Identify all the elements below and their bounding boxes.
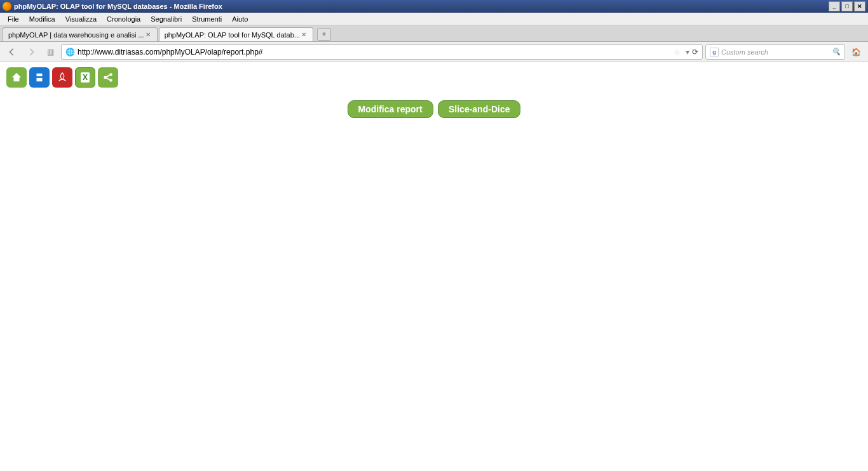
stats-button[interactable]: ▥ bbox=[42, 44, 58, 60]
window-title: phpMyOLAP: OLAP tool for MySQL databases… bbox=[14, 3, 829, 10]
home-button[interactable]: 🏠 bbox=[848, 44, 864, 60]
tab-label: phpMyOLAP | data warehousing e analisi .… bbox=[8, 31, 144, 39]
globe-icon: 🌐 bbox=[65, 48, 75, 56]
modify-report-button[interactable]: Modifica report bbox=[348, 100, 433, 118]
tool-home-button[interactable] bbox=[6, 67, 27, 88]
bookmark-star-icon[interactable]: ☆ bbox=[674, 48, 681, 56]
dropdown-icon[interactable]: ▾ bbox=[686, 48, 689, 56]
tab-close-icon[interactable]: ✕ bbox=[144, 31, 152, 38]
app-toolbar: X bbox=[0, 62, 868, 93]
tool-save-button[interactable] bbox=[29, 67, 50, 88]
close-button[interactable]: ✕ bbox=[854, 1, 865, 11]
navbar: ▥ 🌐 http://www.ditriasas.com/phpMyOLAP/o… bbox=[0, 42, 868, 62]
back-icon bbox=[8, 48, 17, 56]
back-button[interactable] bbox=[4, 44, 20, 60]
url-bar[interactable]: 🌐 http://www.ditriasas.com/phpMyOLAP/ola… bbox=[61, 44, 703, 60]
tool-pdf-button[interactable] bbox=[52, 67, 72, 88]
window-controls: _ □ ✕ bbox=[829, 1, 865, 11]
tab-1[interactable]: phpMyOLAP: OLAP tool for MySQL datab... … bbox=[159, 27, 313, 41]
tool-share-button[interactable] bbox=[98, 67, 118, 88]
window-titlebar: phpMyOLAP: OLAP tool for MySQL databases… bbox=[0, 0, 868, 13]
tool-excel-button[interactable]: X bbox=[75, 67, 95, 88]
menubar: File Modifica Visualizza Cronologia Segn… bbox=[0, 13, 868, 25]
search-placeholder: Custom search bbox=[721, 48, 768, 56]
menu-history[interactable]: Cronologia bbox=[102, 14, 146, 24]
pdf-icon bbox=[57, 72, 68, 83]
action-buttons: Modifica report Slice-and-Dice bbox=[0, 93, 868, 126]
url-text: http://www.ditriasas.com/phpMyOLAP/olap/… bbox=[78, 48, 671, 56]
menu-edit[interactable]: Modifica bbox=[24, 14, 60, 24]
forward-icon bbox=[27, 48, 36, 56]
svg-rect-2 bbox=[37, 78, 43, 81]
google-icon: g bbox=[710, 48, 719, 56]
forward-button[interactable] bbox=[23, 44, 39, 60]
tab-0[interactable]: phpMyOLAP | data warehousing e analisi .… bbox=[3, 27, 158, 41]
home-icon bbox=[11, 72, 22, 83]
menu-view[interactable]: Visualizza bbox=[60, 14, 102, 24]
firefox-icon bbox=[3, 2, 11, 11]
tabstrip: phpMyOLAP | data warehousing e analisi .… bbox=[0, 25, 868, 42]
maximize-button[interactable]: □ bbox=[841, 1, 853, 11]
tab-close-icon[interactable]: ✕ bbox=[300, 31, 308, 38]
tab-label: phpMyOLAP: OLAP tool for MySQL datab... bbox=[165, 31, 300, 39]
floppy-icon bbox=[34, 72, 45, 83]
svg-line-6 bbox=[106, 75, 109, 77]
share-icon bbox=[102, 72, 114, 83]
new-tab-button[interactable]: + bbox=[317, 28, 331, 41]
svg-rect-1 bbox=[37, 74, 43, 77]
menu-tools[interactable]: Strumenti bbox=[187, 14, 227, 24]
excel-icon: X bbox=[81, 72, 90, 83]
content: Modifica report Slice-and-Dice re_countr… bbox=[0, 93, 868, 126]
menu-file[interactable]: File bbox=[3, 14, 24, 24]
search-icon[interactable]: 🔍 bbox=[832, 48, 841, 56]
search-bar[interactable]: g Custom search 🔍 bbox=[705, 44, 845, 60]
minimize-button[interactable]: _ bbox=[829, 1, 840, 11]
svg-line-7 bbox=[106, 78, 109, 80]
menu-bookmarks[interactable]: Segnalibri bbox=[146, 14, 187, 24]
slice-dice-button[interactable]: Slice-and-Dice bbox=[438, 100, 520, 118]
reload-icon[interactable]: ⟳ bbox=[692, 48, 698, 56]
menu-help[interactable]: Aiuto bbox=[227, 14, 253, 24]
